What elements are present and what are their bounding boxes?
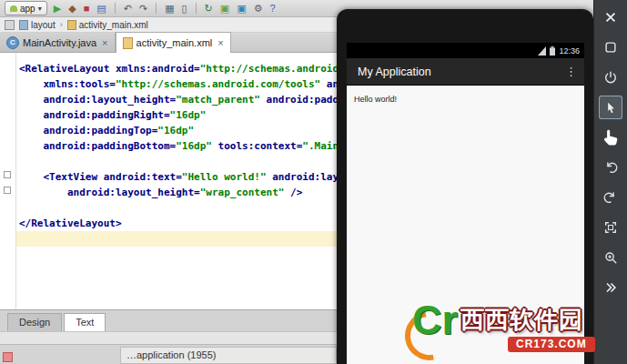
battery-icon — [550, 46, 555, 56]
status-message: …application (1955) — [120, 347, 337, 364]
code-token: android:paddingTop= — [44, 125, 158, 136]
forward-icon[interactable]: ↷ — [139, 4, 147, 14]
power-icon[interactable] — [599, 66, 622, 89]
rotate-left-icon[interactable] — [599, 156, 622, 179]
watermark-logo: Cr — [412, 297, 458, 344]
hand-cursor-icon[interactable] — [599, 126, 622, 149]
toolbar-icons: ▶◆■▤↶↷▦▯↻▣▣⚙? — [54, 3, 276, 14]
back-icon[interactable]: ↶ — [124, 4, 132, 14]
fold-marker-icon[interactable] — [4, 171, 11, 178]
code-token: android:layo — [272, 171, 344, 183]
close-icon[interactable]: × — [217, 37, 223, 48]
code-token: "http://schemas.android.com/tools" — [116, 78, 320, 90]
avd-manager-icon[interactable]: ▣ — [220, 4, 229, 14]
code-token — [260, 94, 267, 106]
hello-world-text: Hello world! — [354, 95, 397, 104]
folder-icon — [19, 20, 28, 30]
app-action-bar: My Application ⋮ — [347, 58, 584, 86]
window-icon[interactable] — [599, 35, 622, 59]
editor-gutter — [0, 53, 16, 309]
breadcrumb-separator: › — [60, 20, 63, 29]
code-token: </RelativeLayout> — [19, 217, 122, 229]
run-icon[interactable]: ▶ — [54, 4, 61, 14]
fold-marker-icon[interactable] — [4, 187, 11, 194]
help-icon[interactable]: ? — [270, 4, 276, 14]
code-token: android:layout_height= — [67, 187, 200, 198]
code-token: android:paddi — [267, 94, 345, 106]
toolbar-separator — [115, 3, 116, 14]
code-token — [320, 78, 327, 90]
device-icon[interactable]: ▯ — [182, 4, 187, 14]
sdk-manager-icon[interactable]: ▣ — [237, 4, 246, 14]
toolbar-separator — [156, 3, 157, 14]
watermark-domain: CR173.COM — [508, 337, 595, 352]
breadcrumb-item-activity-main[interactable]: activity_main.xml — [67, 20, 148, 30]
tool-window-icon[interactable] — [5, 20, 15, 30]
grid-icon[interactable]: ▦ — [165, 4, 174, 14]
code-token: <RelativeLayout xmlns:android= — [19, 63, 200, 75]
sync-icon[interactable]: ↻ — [205, 4, 213, 14]
close-icon[interactable] — [599, 5, 622, 29]
code-token: "16dp" — [170, 109, 207, 121]
code-token — [19, 109, 44, 121]
code-token: "Hello world!" — [182, 171, 267, 183]
run-config-selector[interactable]: app ▾ — [5, 1, 47, 15]
code-token: "16dp" — [157, 125, 194, 136]
tab-activity-main-xml[interactable]: activity_main.xml × — [116, 32, 231, 53]
status-clock: 12:36 — [559, 46, 580, 56]
watermark-site-name: 西西软件园 — [460, 304, 583, 336]
tab-label: activity_main.xml — [137, 37, 213, 48]
paste-icon[interactable]: ▤ — [96, 4, 106, 14]
toolbar-separator — [196, 3, 197, 14]
settings-icon[interactable]: ⚙ — [254, 4, 263, 14]
code-token: android:layout_height= — [44, 94, 177, 106]
code-token — [19, 171, 44, 183]
xml-file-icon — [123, 37, 133, 49]
tab-label: MainActivity.java — [23, 37, 96, 48]
class-icon: C — [6, 36, 19, 49]
code-token: xmlns:tools= — [44, 78, 116, 90]
code-token — [19, 140, 44, 152]
rotate-right-icon[interactable] — [599, 186, 622, 209]
tab-mainactivity-java[interactable]: C MainActivity.java × — [0, 33, 116, 52]
screenshot-icon[interactable] — [599, 216, 622, 239]
breadcrumb-label: layout — [31, 20, 56, 30]
pointer-icon[interactable] — [599, 96, 622, 119]
debug-icon[interactable]: ◆ — [68, 4, 76, 14]
tab-design[interactable]: Design — [7, 313, 62, 331]
code-token: android:paddingRight= — [44, 109, 170, 121]
code-token — [19, 94, 44, 106]
code-token: <TextView android:text= — [44, 171, 182, 183]
more-icon[interactable] — [599, 276, 622, 299]
run-config-label: app — [20, 4, 35, 14]
code-token: tools:context= — [218, 140, 303, 152]
app-title: My Application — [358, 66, 431, 78]
code-token — [19, 187, 67, 198]
code-token: /> — [290, 187, 302, 198]
android-studio-window: app ▾ ▶◆■▤↶↷▦▯↻▣▣⚙? layout › activity_ma… — [0, 0, 627, 364]
android-status-bar: 12:36 — [347, 43, 584, 58]
chevron-down-icon: ▾ — [38, 5, 42, 13]
status-icon — [3, 352, 13, 362]
stop-icon[interactable]: ■ — [84, 4, 90, 14]
android-icon — [10, 5, 17, 12]
code-token: "wrap_content" — [200, 187, 285, 198]
signal-icon — [538, 46, 546, 56]
code-token — [212, 140, 218, 152]
code-token: android:paddingBottom= — [44, 140, 177, 152]
code-token — [19, 125, 44, 136]
tab-text[interactable]: Text — [64, 313, 106, 331]
overflow-menu-icon[interactable]: ⋮ — [565, 65, 577, 78]
breadcrumb-label: activity_main.xml — [79, 20, 148, 30]
xml-file-icon — [67, 20, 76, 30]
breadcrumb-item-layout[interactable]: layout — [19, 20, 56, 30]
code-token: "http://schemas.android. — [200, 63, 345, 75]
code-token: "match_parent" — [176, 94, 260, 106]
code-token — [19, 78, 44, 90]
watermark: Cr 西西软件园 CR173.COM — [408, 300, 608, 364]
zoom-icon[interactable] — [599, 246, 622, 269]
code-token: "16dp" — [176, 140, 212, 152]
close-icon[interactable]: × — [102, 37, 107, 48]
